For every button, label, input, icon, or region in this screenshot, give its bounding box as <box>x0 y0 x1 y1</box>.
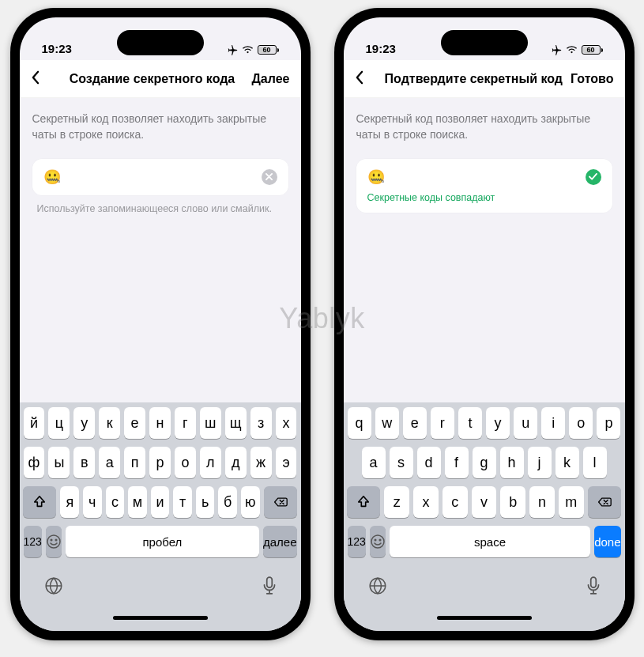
svg-point-5 <box>371 535 384 548</box>
secret-code-input[interactable]: 🤐 <box>43 168 255 186</box>
key-в[interactable]: в <box>73 447 95 478</box>
key-u[interactable]: u <box>514 407 537 439</box>
description-text: Секретный код позволяет находить закрыты… <box>32 111 288 143</box>
nav-header: Создание секретного кода Далее <box>20 60 301 98</box>
key-h[interactable]: h <box>500 447 524 478</box>
home-indicator[interactable] <box>113 616 208 620</box>
emoji-key[interactable] <box>370 526 386 557</box>
content-area: Секретный код позволяет находить закрыты… <box>20 98 301 402</box>
shift-key[interactable] <box>23 486 56 518</box>
key-c[interactable]: c <box>443 486 468 518</box>
key-ш[interactable]: ш <box>200 407 221 439</box>
codes-match-label: Секретные коды совпадают <box>367 192 601 203</box>
key-л[interactable]: л <box>200 447 221 478</box>
key-б[interactable]: б <box>218 486 237 518</box>
key-й[interactable]: й <box>24 407 45 439</box>
space-key[interactable]: space <box>390 526 590 557</box>
numbers-key[interactable]: 123 <box>24 526 42 557</box>
key-v[interactable]: v <box>472 486 497 518</box>
key-о[interactable]: о <box>175 447 196 478</box>
key-н[interactable]: н <box>149 407 171 439</box>
key-i[interactable]: i <box>541 407 565 439</box>
key-ж[interactable]: ж <box>250 447 272 478</box>
key-г[interactable]: г <box>175 407 196 439</box>
keyboard-done-key[interactable]: done <box>594 526 620 557</box>
screen-right: 19:23 60 Подт <box>344 17 625 631</box>
key-ц[interactable]: ц <box>48 407 70 439</box>
back-button[interactable] <box>31 69 53 89</box>
emoji-key[interactable] <box>46 526 62 557</box>
key-s[interactable]: s <box>390 447 413 478</box>
space-key[interactable]: Пробел <box>66 526 259 557</box>
key-e[interactable]: e <box>403 407 427 439</box>
key-к[interactable]: к <box>99 407 120 439</box>
back-button[interactable] <box>355 69 377 89</box>
shift-key[interactable] <box>347 486 380 518</box>
key-z[interactable]: z <box>384 486 409 518</box>
key-r[interactable]: r <box>431 407 454 439</box>
key-ю[interactable]: ю <box>241 486 260 518</box>
keyboard-row-1: йцукенгшщзх <box>22 407 299 439</box>
key-т[interactable]: т <box>173 486 192 518</box>
key-b[interactable]: b <box>500 486 525 518</box>
key-а[interactable]: а <box>99 447 120 478</box>
check-icon <box>586 169 601 185</box>
keyboard: йцукенгшщзх фывапролджэ ячсмитьбю 123 <box>20 402 301 631</box>
key-з[interactable]: з <box>250 407 272 439</box>
key-д[interactable]: д <box>225 447 247 478</box>
key-щ[interactable]: щ <box>225 407 247 439</box>
key-п[interactable]: п <box>124 447 145 478</box>
dictation-key[interactable] <box>262 576 277 600</box>
key-х[interactable]: х <box>276 407 297 439</box>
dictation-key[interactable] <box>586 576 601 600</box>
svg-point-7 <box>379 539 381 541</box>
key-ь[interactable]: ь <box>196 486 215 518</box>
description-text: Секретный код позволяет находить закрыты… <box>356 111 612 143</box>
key-w[interactable]: w <box>375 407 399 439</box>
key-я[interactable]: я <box>60 486 79 518</box>
phone-right: 19:23 60 Подт <box>334 8 635 640</box>
key-j[interactable]: j <box>528 447 552 478</box>
key-m[interactable]: m <box>559 486 584 518</box>
home-indicator[interactable] <box>437 616 532 620</box>
key-е[interactable]: е <box>124 407 145 439</box>
key-ч[interactable]: ч <box>83 486 102 518</box>
key-q[interactable]: q <box>348 407 371 439</box>
page-title: Создание секретного кода <box>53 72 252 86</box>
key-p[interactable]: p <box>597 407 620 439</box>
globe-key[interactable] <box>368 576 387 600</box>
key-n[interactable]: n <box>529 486 555 518</box>
key-у[interactable]: у <box>73 407 95 439</box>
clear-input-button[interactable] <box>262 169 277 185</box>
numbers-key[interactable]: 123 <box>348 526 366 557</box>
backspace-key[interactable] <box>264 486 297 518</box>
key-o[interactable]: o <box>569 407 593 439</box>
key-ф[interactable]: ф <box>24 447 45 478</box>
status-time: 19:23 <box>42 42 72 55</box>
key-y[interactable]: y <box>486 407 510 439</box>
input-hint: Используйте запоминающееся слово или сма… <box>32 203 288 214</box>
secret-code-input[interactable]: 🤐 <box>367 168 579 186</box>
key-l[interactable]: l <box>583 447 607 478</box>
key-d[interactable]: d <box>417 447 441 478</box>
nav-header: Подтвердите секретный код Готово <box>344 60 625 98</box>
wifi-icon <box>242 45 254 55</box>
key-a[interactable]: a <box>362 447 386 478</box>
key-ы[interactable]: ы <box>48 447 70 478</box>
key-м[interactable]: м <box>128 486 147 518</box>
done-button[interactable]: Готово <box>571 72 613 86</box>
key-t[interactable]: t <box>458 407 482 439</box>
wifi-icon <box>566 45 578 55</box>
key-и[interactable]: и <box>151 486 170 518</box>
next-button[interactable]: Далее <box>251 72 289 86</box>
backspace-key[interactable] <box>588 486 621 518</box>
globe-key[interactable] <box>44 576 63 600</box>
key-x[interactable]: x <box>413 486 439 518</box>
key-f[interactable]: f <box>445 447 469 478</box>
key-р[interactable]: р <box>149 447 171 478</box>
key-с[interactable]: с <box>106 486 125 518</box>
key-k[interactable]: k <box>555 447 579 478</box>
key-g[interactable]: g <box>473 447 496 478</box>
key-э[interactable]: э <box>276 447 297 478</box>
keyboard-next-key[interactable]: Далее <box>263 526 297 557</box>
